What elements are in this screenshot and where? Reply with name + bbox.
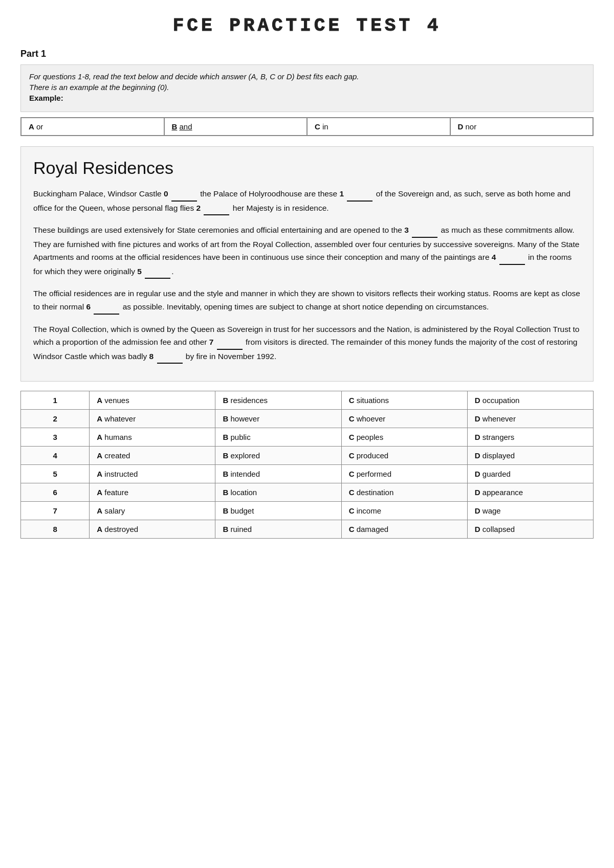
paragraph-4: The Royal Collection, which is owned by …: [33, 323, 581, 364]
example-option-a: A or: [21, 118, 164, 136]
option-cell-d: D appearance: [467, 483, 593, 502]
table-row: 1A venuesB residencesC situationsD occup…: [21, 391, 594, 410]
option-cell-c: C peoples: [341, 428, 467, 447]
page-title: FCE PRACTICE TEST 4: [20, 15, 594, 36]
instructions-line1: For questions 1-8, read the text below a…: [29, 72, 585, 81]
option-cell-c: C whoever: [341, 410, 467, 428]
option-cell-c: C destination: [341, 483, 467, 502]
table-row: 8A destroyedB ruinedC damagedD collapsed: [21, 520, 594, 539]
option-cell-c: C produced: [341, 447, 467, 465]
paragraph-1: Buckingham Palace, Windsor Castle 0 the …: [33, 187, 581, 215]
option-cell-d: D occupation: [467, 391, 593, 410]
paragraph-3: The official residences are in regular u…: [33, 287, 581, 314]
option-cell-a: A humans: [90, 428, 215, 447]
option-cell-a: A destroyed: [90, 520, 215, 539]
option-cell-a: A instructed: [90, 465, 215, 483]
row-number: 1: [21, 391, 90, 410]
table-row: 3A humansB publicC peoplesD strangers: [21, 428, 594, 447]
row-number: 6: [21, 483, 90, 502]
table-row: 2A whateverB howeverC whoeverD whenever: [21, 410, 594, 428]
option-cell-c: C performed: [341, 465, 467, 483]
option-cell-c: C income: [341, 502, 467, 520]
option-cell-a: A venues: [90, 391, 215, 410]
option-cell-d: D displayed: [467, 447, 593, 465]
option-cell-a: A created: [90, 447, 215, 465]
option-cell-d: D collapsed: [467, 520, 593, 539]
row-number: 3: [21, 428, 90, 447]
table-row: 5A instructedB intendedC performedD guar…: [21, 465, 594, 483]
row-number: 8: [21, 520, 90, 539]
option-cell-d: D strangers: [467, 428, 593, 447]
option-cell-b: B public: [215, 428, 341, 447]
example-option-c: C in: [307, 118, 450, 136]
option-cell-a: A salary: [90, 502, 215, 520]
example-option-d: D nor: [450, 118, 594, 136]
row-number: 2: [21, 410, 90, 428]
option-cell-a: A feature: [90, 483, 215, 502]
option-cell-c: C damaged: [341, 520, 467, 539]
row-number: 5: [21, 465, 90, 483]
article-box: Royal Residences Buckingham Palace, Wind…: [20, 146, 594, 382]
row-number: 7: [21, 502, 90, 520]
option-cell-b: B explored: [215, 447, 341, 465]
instructions-line2: There is an example at the beginning (0)…: [29, 83, 585, 92]
article-title: Royal Residences: [33, 158, 581, 178]
example-label: Example:: [29, 94, 585, 102]
table-row: 6A featureB locationC destinationD appea…: [21, 483, 594, 502]
part-label: Part 1: [20, 49, 594, 59]
example-option-b: B and: [164, 118, 308, 136]
answers-table: 1A venuesB residencesC situationsD occup…: [20, 391, 594, 539]
option-cell-c: C situations: [341, 391, 467, 410]
example-table: A or B and C in D nor: [20, 117, 594, 136]
option-cell-b: B budget: [215, 502, 341, 520]
option-cell-b: B ruined: [215, 520, 341, 539]
option-cell-b: B location: [215, 483, 341, 502]
option-cell-b: B residences: [215, 391, 341, 410]
option-cell-b: B intended: [215, 465, 341, 483]
table-row: 4A createdB exploredC producedD displaye…: [21, 447, 594, 465]
option-cell-b: B however: [215, 410, 341, 428]
option-cell-d: D whenever: [467, 410, 593, 428]
row-number: 4: [21, 447, 90, 465]
paragraph-2: These buildings are used extensively for…: [33, 224, 581, 279]
option-cell-d: D wage: [467, 502, 593, 520]
instructions-box: For questions 1-8, read the text below a…: [20, 64, 594, 112]
table-row: 7A salaryB budgetC incomeD wage: [21, 502, 594, 520]
option-cell-d: D guarded: [467, 465, 593, 483]
option-cell-a: A whatever: [90, 410, 215, 428]
